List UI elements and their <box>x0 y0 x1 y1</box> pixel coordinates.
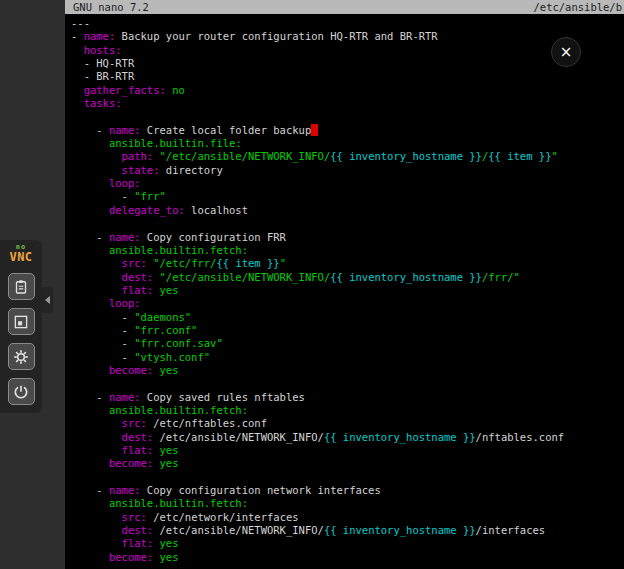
terminal-window[interactable]: GNU nano 7.2 /etc/ansible/b ---- name: B… <box>65 0 624 569</box>
editor-line[interactable]: gather_facts: no <box>71 84 624 97</box>
code-segment: src: <box>122 257 147 269</box>
editor-line[interactable]: - name: Copy configuration network inter… <box>71 484 624 497</box>
code-segment: delegate_to: <box>109 204 185 216</box>
code-segment <box>71 457 109 469</box>
code-segment: --- <box>71 17 90 29</box>
editor-line[interactable]: - name: Create local folder backup <box>71 124 624 137</box>
editor-line[interactable]: flat: yes <box>71 284 624 297</box>
code-segment: hosts: <box>84 44 122 56</box>
code-segment: Backup your router configuration HQ-RTR … <box>115 30 437 42</box>
editor-line[interactable]: loop: <box>71 297 624 310</box>
code-segment: name: <box>84 30 116 42</box>
code-segment: Create local folder backup <box>141 124 312 136</box>
editor-line[interactable]: state: directory <box>71 164 624 177</box>
editor-line[interactable]: - name: Copy saved rules nftables <box>71 391 624 404</box>
editor-line[interactable]: dest: "/etc/ansible/NETWORK_INFO/{{ inve… <box>71 271 624 284</box>
code-segment: - <box>71 484 109 496</box>
nano-app-title: GNU nano 7.2 <box>73 0 149 14</box>
code-segment: flat: <box>122 284 154 296</box>
code-segment: - <box>71 337 134 349</box>
fullscreen-button[interactable] <box>8 308 35 335</box>
control-bar-handle[interactable] <box>42 287 53 313</box>
code-segment: - <box>71 391 109 403</box>
settings-button[interactable] <box>8 343 35 370</box>
code-segment <box>71 551 109 563</box>
code-segment: - <box>71 311 134 323</box>
code-segment: "frr" <box>134 190 166 202</box>
code-segment: "/etc/frr/ <box>153 257 216 269</box>
code-segment: yes <box>160 364 179 376</box>
code-segment <box>71 164 122 176</box>
editor-line[interactable]: src: "/etc/frr/{{ item }}" <box>71 257 624 270</box>
editor-line[interactable]: flat: yes <box>71 444 624 457</box>
novnc-logo: no VNC <box>9 244 32 263</box>
editor-line[interactable]: path: "/etc/ansible/NETWORK_INFO/{{ inve… <box>71 150 624 163</box>
editor-line[interactable]: dest: /etc/ansible/NETWORK_INFO/{{ inven… <box>71 524 624 537</box>
code-segment <box>71 524 122 536</box>
code-segment <box>71 177 109 189</box>
editor-line[interactable]: dest: /etc/ansible/NETWORK_INFO/{{ inven… <box>71 431 624 444</box>
code-segment: ansible.builtin.fetch: <box>109 497 248 509</box>
editor-line[interactable] <box>71 217 624 230</box>
editor-line[interactable]: flat: yes <box>71 537 624 550</box>
clipboard-icon <box>12 278 30 296</box>
editor-line[interactable]: - "frr" <box>71 190 624 203</box>
editor-line[interactable]: become: yes <box>71 457 624 470</box>
editor-line[interactable]: - BR-RTR <box>71 70 624 83</box>
editor-line[interactable]: - "frr.conf.sav" <box>71 337 624 350</box>
code-segment <box>71 444 122 456</box>
editor-line[interactable] <box>71 110 624 123</box>
editor-line[interactable]: src: /etc/network/interfaces <box>71 511 624 524</box>
editor-line[interactable]: become: yes <box>71 551 624 564</box>
code-segment: - <box>71 124 109 136</box>
editor-line[interactable]: ansible.builtin.file: <box>71 137 624 150</box>
editor-line[interactable]: - name: Copy configuration FRR <box>71 231 624 244</box>
editor-line[interactable]: delegate_to: localhost <box>71 204 624 217</box>
code-segment: - <box>71 324 134 336</box>
editor-line[interactable]: - HQ-RTR <box>71 57 624 70</box>
editor-line[interactable]: ansible.builtin.fetch: <box>71 497 624 510</box>
code-segment: {{ item }} <box>216 257 279 269</box>
editor-line[interactable]: - "daemons" <box>71 311 624 324</box>
code-segment: "/etc/ansible/NETWORK_INFO/ <box>160 271 331 283</box>
editor-line[interactable]: ansible.builtin.fetch: <box>71 404 624 417</box>
power-icon <box>12 383 30 401</box>
code-segment <box>71 511 122 523</box>
editor-line[interactable]: - "frr.conf" <box>71 324 624 337</box>
code-segment: ansible.builtin.fetch: <box>109 244 248 256</box>
editor-line[interactable]: hosts: <box>71 44 624 57</box>
code-segment: Copy configuration FRR <box>141 231 286 243</box>
code-segment: yes <box>160 284 179 296</box>
code-segment: "vtysh.conf" <box>134 351 210 363</box>
editor-line[interactable] <box>71 377 624 390</box>
code-segment <box>71 497 109 509</box>
editor-content[interactable]: ---- name: Backup your router configurat… <box>65 14 624 564</box>
power-button[interactable] <box>8 378 35 405</box>
close-button[interactable]: × <box>551 37 581 67</box>
editor-line[interactable]: tasks: <box>71 97 624 110</box>
editor-line[interactable]: become: yes <box>71 364 624 377</box>
novnc-control-bar: no VNC <box>0 240 42 413</box>
code-segment: /nftables.conf <box>476 431 565 443</box>
editor-line[interactable]: ansible.builtin.fetch: <box>71 244 624 257</box>
code-segment <box>71 244 109 256</box>
editor-line[interactable] <box>71 471 624 484</box>
editor-line[interactable]: - name: Backup your router configuration… <box>71 30 624 43</box>
code-segment <box>71 404 109 416</box>
editor-line[interactable]: src: /etc/nftables.conf <box>71 417 624 430</box>
code-segment: ansible.builtin.fetch: <box>109 404 248 416</box>
code-segment: Copy configuration network interfaces <box>141 484 381 496</box>
code-segment: become: <box>109 457 153 469</box>
code-segment: loop: <box>109 297 141 309</box>
code-segment: - BR-RTR <box>71 70 134 82</box>
editor-line[interactable]: - "vtysh.conf" <box>71 351 624 364</box>
code-segment: yes <box>160 444 179 456</box>
code-segment: {{ inventory_hostname }} <box>324 431 476 443</box>
code-segment: no <box>172 84 185 96</box>
code-segment: localhost <box>185 204 248 216</box>
editor-line[interactable]: --- <box>71 17 624 30</box>
clipboard-button[interactable] <box>8 273 35 300</box>
code-segment: /etc/ansible/NETWORK_INFO/ <box>153 431 324 443</box>
code-segment: dest: <box>122 431 154 443</box>
editor-line[interactable]: loop: <box>71 177 624 190</box>
